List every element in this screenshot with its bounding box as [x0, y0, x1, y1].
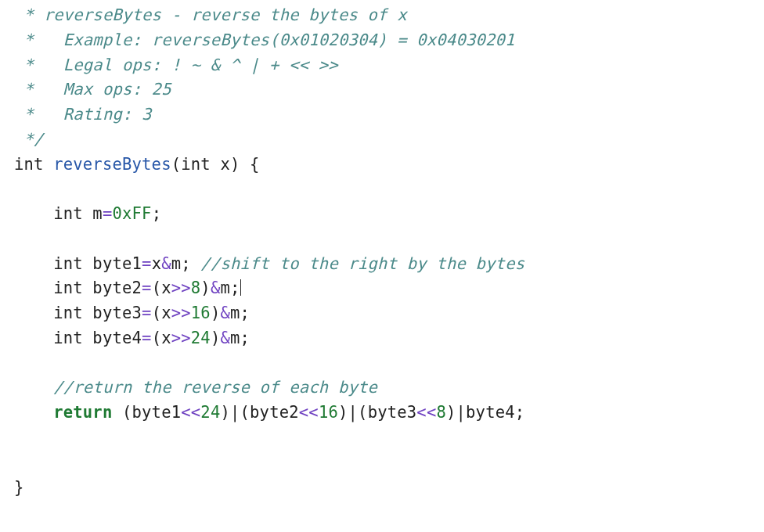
semicolon: ; [230, 279, 240, 297]
return-comment: //return the reverse of each byte [53, 378, 377, 397]
paren-close: ) [211, 329, 221, 347]
num-literal: 8 [191, 279, 201, 297]
semicolon: ; [181, 254, 191, 273]
ident-x: x [161, 304, 171, 322]
shl-op: << [299, 403, 319, 422]
var-byte2: byte2 [83, 279, 142, 297]
shr-op: >> [171, 304, 191, 322]
param-name: x [211, 155, 230, 174]
space [112, 403, 122, 422]
num-literal: 16 [319, 403, 338, 422]
semicolon: ; [152, 204, 162, 223]
shl-op: << [416, 403, 436, 422]
ident-byte1: byte1 [132, 403, 182, 422]
paren-close: ) [338, 403, 348, 422]
comment-line: * Example: reverseBytes(0x01020304) = 0x… [14, 31, 515, 49]
decl-kw: int [53, 204, 83, 223]
semicolon: ; [240, 304, 250, 322]
function-name: reverseBytes [53, 155, 171, 174]
return-type: int [14, 155, 44, 174]
num-literal: 24 [191, 329, 211, 347]
decl-kw: int [53, 304, 83, 322]
inline-comment: //shift to the right by the bytes [191, 254, 524, 273]
equals-op: = [142, 329, 152, 347]
equals-op: = [142, 304, 152, 322]
indent [14, 329, 53, 347]
indent [14, 204, 53, 223]
semicolon: ; [515, 403, 525, 422]
ident-x: x [161, 329, 171, 347]
comment-end: */ [14, 130, 44, 149]
paren-open: ( [240, 403, 250, 422]
or-op: | [348, 403, 359, 422]
paren-close: ) [200, 279, 211, 297]
shl-op: << [181, 403, 200, 422]
comment-line: * Legal ops: ! ~ & ^ | + << >> [14, 56, 338, 74]
indent [14, 403, 53, 422]
shr-op: >> [171, 329, 191, 347]
decl-kw: int [53, 279, 83, 297]
var-byte3: byte3 [83, 304, 142, 322]
num-literal: 8 [436, 403, 446, 422]
equals-op: = [142, 254, 152, 273]
ident-m: m [220, 279, 230, 297]
code-block[interactable]: * reverseBytes - reverse the bytes of x … [0, 0, 764, 503]
var-byte4: byte4 [83, 329, 142, 347]
brace-close: } [14, 478, 24, 497]
param-type: int [181, 155, 211, 174]
paren-open: ( [122, 403, 132, 422]
indent [14, 254, 53, 273]
ident-byte3: byte3 [368, 403, 417, 422]
comment-line: * reverseBytes - reverse the bytes of x [14, 5, 407, 24]
amp-op: & [161, 254, 171, 273]
paren-open: ( [171, 155, 182, 174]
var-m: m [83, 204, 103, 223]
equals-op: = [142, 279, 152, 297]
paren-close: ) [211, 304, 221, 322]
amp-op: & [220, 329, 230, 347]
paren-open: ( [152, 304, 162, 322]
paren-open: ( [358, 403, 368, 422]
comment-line: * Max ops: 25 [14, 80, 171, 99]
ident-m: m [171, 254, 182, 273]
paren-close: ) [220, 403, 230, 422]
or-op: | [456, 403, 467, 422]
amp-op: & [220, 304, 230, 322]
indent [14, 304, 53, 322]
ident-m: m [230, 304, 240, 322]
or-op: | [230, 403, 240, 422]
indent [14, 279, 53, 297]
ident-x: x [152, 254, 162, 273]
amp-op: & [211, 279, 221, 297]
paren-close: ) [446, 403, 456, 422]
decl-kw: int [53, 329, 83, 347]
ident-byte4: byte4 [466, 403, 515, 422]
ident-m: m [230, 329, 240, 347]
num-literal: 16 [191, 304, 211, 322]
shr-op: >> [171, 279, 191, 297]
ident-x: x [161, 279, 171, 297]
decl-kw: int [53, 254, 83, 273]
num-literal: 24 [200, 403, 220, 422]
num-literal: 0xFF [112, 204, 151, 223]
return-kw: return [53, 403, 112, 422]
equals-op: = [103, 204, 113, 223]
semicolon: ; [240, 329, 250, 347]
text-cursor-icon [240, 279, 241, 297]
paren-open: ( [152, 329, 162, 347]
var-byte1: byte1 [83, 254, 142, 273]
indent [14, 378, 53, 397]
sig-close: ) { [230, 155, 260, 174]
paren-open: ( [152, 279, 162, 297]
comment-line: * Rating: 3 [14, 105, 152, 124]
ident-byte2: byte2 [250, 403, 299, 422]
